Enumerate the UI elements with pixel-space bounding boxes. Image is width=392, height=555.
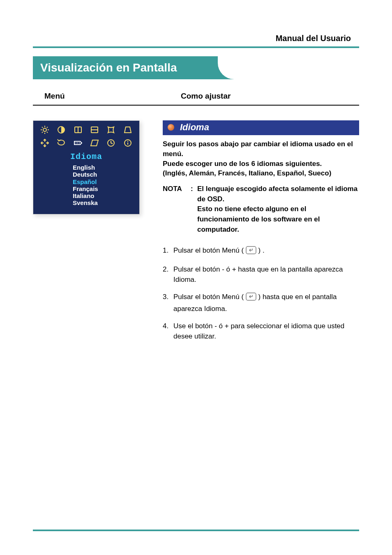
- osd-lang-option: Español: [73, 178, 139, 185]
- step-text: Use el botón - ó + para seleccionar el i…: [173, 321, 359, 342]
- note-line-2: Esto no tiene efecto alguno en el funcio…: [197, 204, 359, 235]
- step-text: Pulsar el botón - ó + hasta que en la pa…: [173, 264, 359, 285]
- section-title: Idioma: [180, 122, 209, 133]
- osd-language-list: EnglishDeutschEspañolFrançaisItalianoSve…: [33, 164, 139, 207]
- column-header-adjust: Como ajustar: [181, 92, 359, 101]
- menu-button-icon: [246, 246, 256, 258]
- manual-title: Manual del Usuario: [33, 34, 359, 43]
- info-icon: [123, 138, 133, 150]
- step-1: 1. Pulsar el botón Menú ( ) .: [163, 245, 359, 258]
- step-3: 3. Pulsar el botón Menú ( ) hasta que en…: [163, 292, 359, 314]
- svg-line-7: [42, 132, 43, 133]
- step-number: 1.: [163, 245, 173, 258]
- trapezoid-icon: [123, 125, 133, 136]
- note-label: NOTA: [163, 184, 191, 235]
- svg-point-26: [127, 141, 128, 142]
- step-text: Pulsar el botón Menú (: [173, 246, 246, 254]
- step-number: 3.: [163, 292, 173, 314]
- osd-lang-option: English: [73, 164, 139, 171]
- pincushion-icon: [106, 125, 116, 136]
- note-line-1: El lenguaje escogido afecta solamente el…: [197, 184, 359, 204]
- page-title: Visualización en Pantalla: [33, 56, 359, 79]
- bullet-icon: [168, 124, 174, 131]
- header-divider: [33, 46, 359, 48]
- note-colon: :: [191, 184, 197, 235]
- intro-line-2: Puede escoger uno de los 6 idiomas sigui…: [163, 159, 359, 169]
- step-number: 2.: [163, 264, 173, 285]
- language-icon: [73, 138, 83, 150]
- footer-divider: [33, 530, 359, 531]
- steps-list: 1. Pulsar el botón Menú ( ) . 2. Pulsar …: [163, 245, 359, 342]
- column-divider: [33, 105, 359, 106]
- osd-lang-option: Italiano: [73, 192, 139, 199]
- h-position-icon: [73, 125, 83, 136]
- brightness-icon: [40, 125, 50, 136]
- osd-lang-option: Svenska: [73, 199, 139, 206]
- svg-line-8: [47, 132, 48, 133]
- page-title-band: Visualización en Pantalla: [33, 56, 359, 79]
- v-position-icon: [90, 125, 99, 136]
- osd-screenshot: Idioma EnglishDeutschEspañolFrançaisItal…: [33, 120, 140, 214]
- step-text: ) .: [258, 246, 265, 254]
- step-4: 4. Use el botón - ó + para seleccionar e…: [163, 321, 359, 342]
- contrast-icon: [56, 125, 66, 136]
- menu-button-icon: [246, 292, 256, 304]
- recall-icon: [106, 138, 116, 150]
- note-block: NOTA : El lenguaje escogido afecta solam…: [163, 184, 359, 235]
- column-headers: Menú Como ajustar: [33, 92, 359, 101]
- section-header: Idioma: [163, 120, 359, 135]
- intro-line-1: Seguir los pasos abajo par cambiar el id…: [163, 139, 359, 159]
- svg-marker-14: [125, 127, 131, 133]
- svg-line-5: [42, 127, 43, 128]
- osd-lang-option: Deutsch: [73, 171, 139, 178]
- step-2: 2. Pulsar el botón - ó + hasta que en la…: [163, 264, 359, 285]
- osd-lang-option: Français: [73, 185, 139, 192]
- svg-marker-22: [91, 140, 98, 146]
- svg-point-0: [43, 128, 46, 131]
- intro-line-3: (Inglés, Alemán, Francés, Italiano, Espa…: [163, 168, 359, 178]
- step-number: 4.: [163, 321, 173, 342]
- column-header-menu: Menú: [33, 92, 181, 101]
- zoom-icon: [40, 138, 50, 150]
- svg-line-6: [47, 127, 48, 128]
- parallelogram-icon: [90, 138, 99, 150]
- osd-menu-title: Idioma: [33, 152, 139, 161]
- degauss-icon: [56, 138, 66, 150]
- step-text: Pulsar el botón Menú (: [173, 293, 246, 301]
